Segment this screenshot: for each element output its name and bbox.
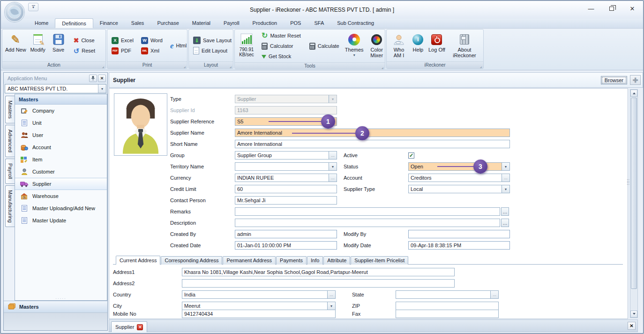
remarks-ellipsis-button[interactable]: … xyxy=(501,207,509,216)
tab-finance[interactable]: Finance xyxy=(93,19,125,28)
tab-payments[interactable]: Payments xyxy=(276,256,307,265)
active-checkbox[interactable]: ✓ xyxy=(408,152,414,159)
address2-field[interactable] xyxy=(182,279,455,288)
dialog-launcher-icon[interactable]: ⌟ xyxy=(382,64,383,70)
save-layout-button[interactable]: ⇓ Save Layout xyxy=(190,35,234,46)
vtab-manufacturing[interactable]: Manufacturing xyxy=(5,185,15,228)
tab-attribute[interactable]: Attribute xyxy=(323,256,350,265)
tab-corresponding-address[interactable]: Corresponding Address xyxy=(161,256,222,265)
word-button[interactable]: W Word xyxy=(138,35,165,46)
supplier-id-field[interactable]: 1163 xyxy=(235,106,337,114)
app-logo-icon[interactable] xyxy=(5,2,24,22)
dialog-launcher-icon[interactable]: ⌟ xyxy=(184,63,186,69)
description-ellipsis-button[interactable]: … xyxy=(501,219,509,227)
who-am-i-button[interactable]: Who AM I xyxy=(388,30,410,61)
sidebar-item-warehouse[interactable]: $ Warehouse xyxy=(15,190,107,202)
tab-home[interactable]: Home xyxy=(28,19,55,28)
add-new-button[interactable]: ✎ Add New xyxy=(4,30,28,61)
ellipsis-icon[interactable]: … xyxy=(329,152,337,159)
supplier-photo[interactable] xyxy=(114,93,167,156)
scroll-up-button[interactable] xyxy=(630,90,637,97)
address1-field[interactable]: Khasra No 1081,Village Kashi,Near Sophia… xyxy=(182,268,455,276)
tab-pos[interactable]: POS xyxy=(284,19,307,28)
xml-button[interactable]: XML Xml xyxy=(138,46,165,56)
tab-payroll[interactable]: Payroll xyxy=(217,19,246,28)
account-field[interactable]: Creditors… xyxy=(408,174,510,182)
ellipsis-icon[interactable]: … xyxy=(490,291,498,298)
sidebar-item-user[interactable]: User xyxy=(15,129,107,141)
supplier-type-field[interactable]: Local▾ xyxy=(408,185,510,193)
sidebar-item-customer[interactable]: Customer xyxy=(15,166,107,178)
sidebar-item-supplier[interactable]: Supplier xyxy=(15,178,107,190)
modify-button[interactable]: ✎ Modify xyxy=(28,30,48,61)
tab-purchase[interactable]: Purchase xyxy=(150,19,185,28)
country-field[interactable]: India… xyxy=(182,290,336,299)
calculate-button[interactable]: Calculate xyxy=(307,41,342,51)
tab-permanent-address[interactable]: Permanent Address xyxy=(223,256,276,265)
sidebar-item-master-update[interactable]: Master Update xyxy=(15,214,107,227)
close-tab-icon[interactable]: ✕ xyxy=(137,324,143,330)
tab-definitions[interactable]: Definitions xyxy=(55,18,93,28)
company-selector[interactable]: ABC MATRESS PVT LTD. ▾ xyxy=(5,84,106,93)
color-mixer-button[interactable]: Color Mixer xyxy=(367,30,387,61)
sidebar-item-company[interactable]: Company xyxy=(15,105,107,117)
description-field[interactable] xyxy=(235,219,500,227)
ellipsis-icon[interactable]: … xyxy=(327,291,335,298)
save-button[interactable]: Save xyxy=(48,30,69,61)
splitter-grip-icon[interactable]: ∷∷ xyxy=(626,179,630,185)
city-field[interactable]: Meerut▾ xyxy=(182,302,336,310)
restore-button[interactable] xyxy=(607,5,616,12)
calculator-button[interactable]: Calculator xyxy=(259,41,304,51)
html-button[interactable]: e Html xyxy=(167,40,189,51)
zip-field[interactable] xyxy=(396,302,499,310)
group-field[interactable]: Supplier Group… xyxy=(235,151,337,159)
short-name-field[interactable]: Amore International xyxy=(235,140,510,148)
tab-supplier-item-pricelist[interactable]: Supplier-Item Pricelist xyxy=(351,256,408,265)
pin-button[interactable] xyxy=(89,75,97,82)
currency-field[interactable]: INDIAN RUPEE… xyxy=(235,174,337,182)
tab-production[interactable]: Production xyxy=(246,19,284,28)
territory-field[interactable]: ▾ xyxy=(235,162,337,171)
get-stock-button[interactable]: Get Stock xyxy=(259,51,304,61)
dialog-launcher-icon[interactable]: ⌟ xyxy=(480,63,482,69)
sidebar-item-account[interactable]: Account xyxy=(15,141,107,153)
vertical-scrollbar[interactable] xyxy=(630,89,638,318)
credit-limit-field[interactable]: 60 xyxy=(235,185,337,193)
tab-current-address[interactable]: Current Address xyxy=(116,256,160,265)
browser-button[interactable]: Browser xyxy=(601,76,627,84)
sidebar-item-item[interactable]: Item xyxy=(15,153,107,166)
remarks-field[interactable] xyxy=(235,207,500,216)
vtab-payroll[interactable]: Payroll xyxy=(5,159,15,184)
excel-button[interactable]: X Excel xyxy=(109,35,136,46)
close-window-button[interactable]: ✕ xyxy=(628,5,637,12)
edit-layout-button[interactable]: Edit Layout xyxy=(190,46,234,56)
pdf-button[interactable]: PDF PDF xyxy=(109,46,136,56)
about-ireckoner-button[interactable]: About iReckoner xyxy=(447,30,482,61)
sidebar-item-unit[interactable]: Unit xyxy=(15,117,107,129)
master-reset-button[interactable]: ↻ Master Reset xyxy=(259,30,304,41)
ellipsis-icon[interactable]: … xyxy=(502,174,509,182)
scrollbar-thumb[interactable] xyxy=(631,98,637,289)
tab-sub-contracting[interactable]: Sub Contracting xyxy=(330,19,381,28)
tab-sales[interactable]: Sales xyxy=(125,19,151,28)
dialog-launcher-icon[interactable]: ⌟ xyxy=(230,63,232,69)
help-button[interactable]: i Help xyxy=(410,30,427,61)
supplier-name-field[interactable]: Amore International xyxy=(235,129,510,137)
contact-person-field[interactable]: Mr.Sehgal Ji xyxy=(235,196,337,205)
scroll-down-button[interactable] xyxy=(630,311,637,318)
tab-info[interactable]: Info xyxy=(307,256,323,265)
masters-bottom-button[interactable]: Masters xyxy=(4,301,107,312)
ellipsis-icon[interactable]: … xyxy=(329,174,337,182)
mobile-no-field[interactable]: 9412740434 xyxy=(182,310,336,318)
fax-field[interactable] xyxy=(396,310,499,318)
vtab-masters[interactable]: Masters xyxy=(5,96,15,123)
minimize-button[interactable]: — xyxy=(587,5,595,12)
close-document-button[interactable]: ✕ xyxy=(628,322,636,330)
reset-button[interactable]: ↺ Reset xyxy=(71,46,98,56)
tab-material[interactable]: Material xyxy=(186,19,217,28)
dialog-launcher-icon[interactable]: ⌟ xyxy=(102,63,104,69)
document-tab-supplier[interactable]: Supplier ✕ xyxy=(111,321,147,332)
vtab-advanced[interactable]: Advanced xyxy=(5,125,15,157)
log-off-button[interactable]: Log Off xyxy=(427,30,447,61)
close-panel-button[interactable]: ✕ xyxy=(98,75,106,82)
